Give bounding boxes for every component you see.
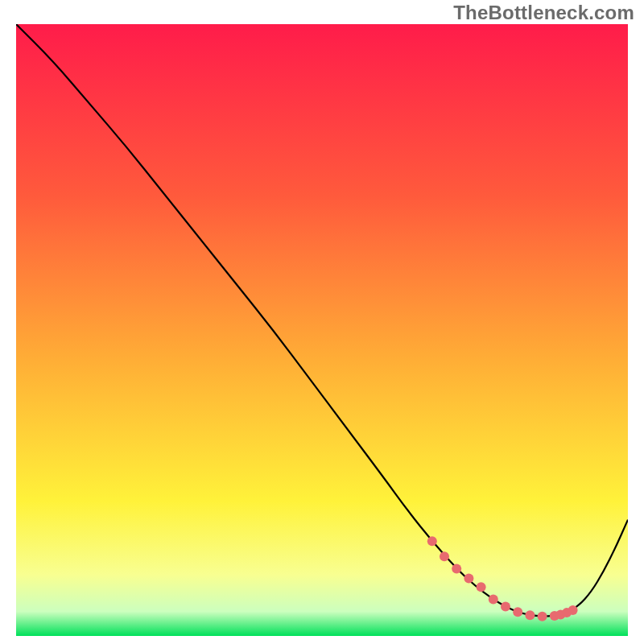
valley-marker-dot [501, 602, 510, 612]
valley-marker-dot [464, 574, 473, 584]
valley-marker-dot [427, 536, 437, 546]
valley-marker-dot [452, 564, 461, 573]
watermark-text: TheBottleneck.com [453, 2, 634, 24]
valley-marker-dot [525, 610, 535, 620]
valley-marker-dot [489, 594, 498, 604]
gradient-background [16, 24, 628, 636]
chart-container: TheBottleneck.com [0, 0, 644, 644]
valley-marker-dot [568, 605, 578, 615]
valley-marker-dot [513, 607, 522, 617]
chart-svg [16, 24, 628, 636]
plot-area [16, 24, 628, 636]
valley-marker-dot [440, 551, 449, 561]
valley-marker-dot [538, 612, 547, 621]
valley-marker-dot [477, 582, 486, 592]
